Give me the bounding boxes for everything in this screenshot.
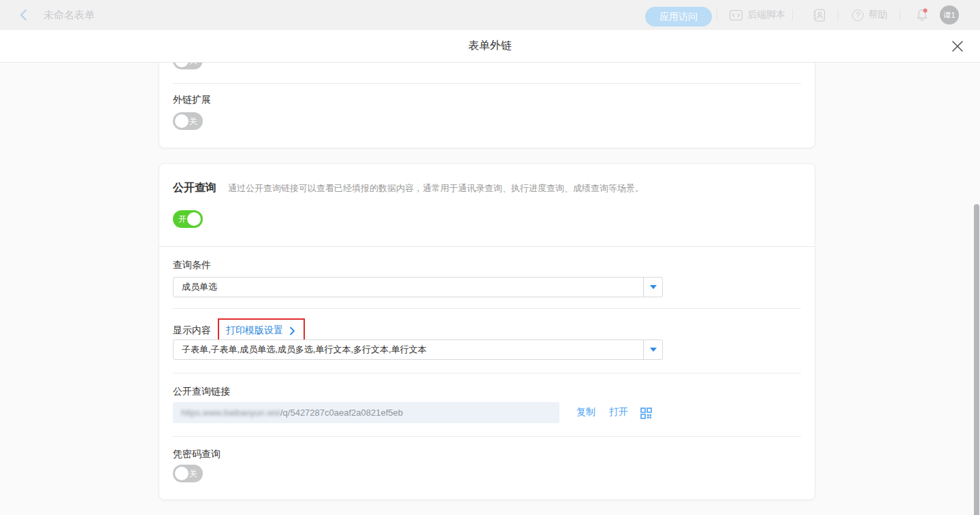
backend-script-label: 后端脚本	[747, 9, 785, 21]
close-icon[interactable]	[951, 39, 964, 53]
toggle-knob	[175, 63, 189, 67]
public-link-url-field[interactable]: https.www.baibaoyun.wst/q/5427287c0aeaf2…	[173, 402, 559, 423]
modal-header: 表单外链	[0, 30, 980, 63]
triangle-down-icon	[650, 348, 657, 352]
link-settings-card: 关 外链扩展 关	[159, 63, 815, 148]
topbar-separator	[717, 10, 717, 20]
public-query-card: 公开查询 通过公开查询链接可以查看已经填报的数据内容，通常用于通讯录查询、执行进…	[159, 163, 815, 500]
scrollbar-thumb[interactable]	[974, 204, 979, 515]
notification-dot	[924, 9, 928, 13]
select-arrow-zone	[643, 340, 662, 359]
public-query-heading-row: 公开查询 通过公开查询链接可以查看已经填报的数据内容，通常用于通讯录查询、执行进…	[173, 181, 799, 195]
back-icon[interactable]	[18, 8, 30, 22]
toggle-state-label: 关	[189, 469, 197, 478]
qr-code-icon[interactable]	[640, 408, 652, 419]
notification-bell-icon[interactable]	[915, 8, 929, 22]
query-condition-select[interactable]: 成员单选	[173, 277, 663, 297]
code-icon	[730, 10, 742, 20]
top-app-bar: 未命名表单 应用访问 后端脚本 ? 帮助 谭1	[0, 0, 980, 30]
password-query-label: 凭密码查询	[173, 448, 220, 461]
avatar[interactable]: 谭1	[940, 5, 959, 24]
public-link-label: 公开查询链接	[173, 386, 230, 398]
app-access-button[interactable]: 应用访问	[645, 7, 712, 27]
toggle-knob	[187, 212, 201, 226]
topbar-separator	[792, 10, 793, 20]
chevron-right-icon	[289, 327, 295, 335]
form-title: 未命名表单	[44, 9, 95, 22]
toggle-state-label: 开	[178, 214, 186, 224]
help-button[interactable]: ? 帮助	[852, 0, 887, 30]
copy-link-button[interactable]: 复制	[576, 406, 595, 418]
divider	[173, 308, 801, 309]
public-query-description: 通过公开查询链接可以查看已经填报的数据内容，通常用于通讯录查询、执行进度查询、成…	[228, 182, 644, 195]
help-label: 帮助	[868, 9, 887, 21]
address-book-icon	[813, 9, 826, 22]
clipped-toggle[interactable]: 关	[173, 63, 203, 69]
public-query-toggle[interactable]: 开	[173, 210, 203, 228]
topbar-separator	[900, 10, 900, 20]
divider	[159, 246, 815, 247]
select-arrow-zone	[643, 278, 662, 297]
divider	[173, 436, 801, 437]
url-visible-path: /q/5427287c0aeaf2a0821ef5eb	[280, 408, 403, 418]
divider	[173, 373, 801, 373]
topbar-separator	[838, 10, 838, 20]
print-template-link[interactable]: 打印模版设置	[226, 325, 283, 337]
public-query-title: 公开查询	[173, 181, 216, 195]
open-link-button[interactable]: 打开	[609, 406, 628, 418]
url-redacted-prefix: https.www.baibaoyun.wst	[181, 408, 280, 418]
toggle-knob	[175, 114, 189, 128]
query-condition-value: 成员单选	[182, 278, 639, 297]
triangle-down-icon	[650, 285, 657, 289]
toggle-state-label: 关	[189, 116, 197, 126]
question-mark-icon: ?	[852, 10, 864, 21]
toggle-state-label: 关	[189, 63, 197, 65]
display-content-label: 显示内容	[173, 325, 211, 337]
display-content-value: 子表单,子表单,成员单选,成员多选,单行文本,多行文本,单行文本	[182, 340, 639, 359]
modal-title: 表单外链	[0, 39, 980, 53]
password-query-toggle[interactable]: 关	[173, 465, 203, 482]
link-extension-label: 外链扩展	[173, 94, 211, 106]
divider	[173, 83, 801, 84]
toggle-knob	[175, 467, 189, 480]
query-condition-label: 查询条件	[173, 259, 211, 271]
contacts-button[interactable]	[813, 0, 826, 30]
display-content-select[interactable]: 子表单,子表单,成员单选,成员多选,单行文本,多行文本,单行文本	[173, 339, 663, 360]
link-extension-toggle[interactable]: 关	[173, 112, 203, 130]
backend-script-button[interactable]: 后端脚本	[730, 0, 785, 30]
